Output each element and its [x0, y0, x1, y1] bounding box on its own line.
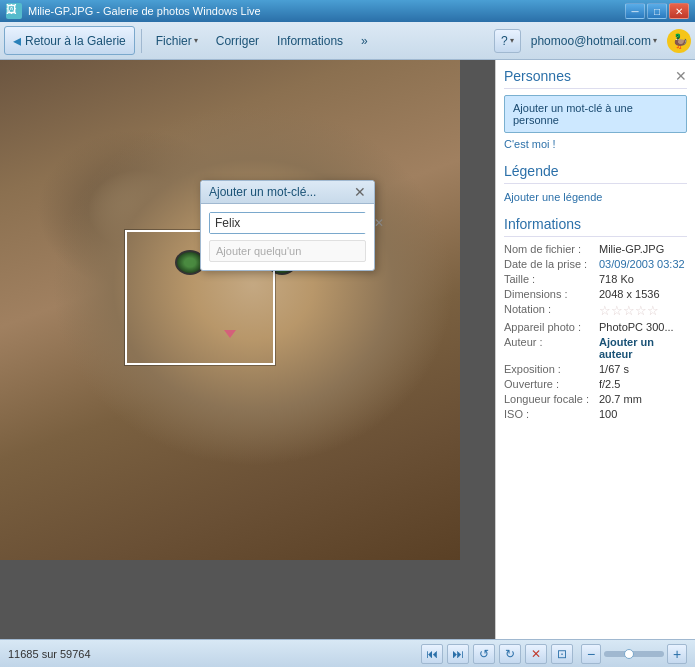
info-label: Exposition : — [504, 363, 599, 375]
info-value: Milie-GP.JPG — [599, 243, 687, 255]
dialog-body: ✕ Ajouter quelqu'un — [201, 204, 374, 270]
info-value: 718 Ko — [599, 273, 687, 285]
status-position: 11685 sur 59764 — [8, 648, 413, 660]
informations-title: Informations — [504, 216, 687, 237]
info-value: 2048 x 1536 — [599, 288, 687, 300]
legende-section: Légende Ajouter une légende — [504, 163, 687, 204]
maximize-button[interactable]: □ — [647, 3, 667, 19]
toolbar-divider — [141, 29, 142, 53]
info-label: Dimensions : — [504, 288, 599, 300]
personnes-title: Personnes — [504, 68, 687, 89]
informations-section: Informations Nom de fichier :Milie-GP.JP… — [504, 216, 687, 420]
info-row: Notation :☆☆☆☆☆ — [504, 303, 687, 318]
person-tag[interactable]: Ajouter un mot-clé à une personne — [504, 95, 687, 133]
keyword-input-row: ✕ — [209, 212, 366, 234]
window-controls: ─ □ ✕ — [625, 3, 689, 19]
info-row: ISO :100 — [504, 408, 687, 420]
title-bar: 🖼 Milie-GP.JPG - Galerie de photos Windo… — [0, 0, 695, 22]
window-close-button[interactable]: ✕ — [669, 3, 689, 19]
user-menu[interactable]: phomoo@hotmail.com ▾ — [523, 30, 665, 52]
back-button[interactable]: ◂ Retour à la Galerie — [4, 26, 135, 55]
main-area: Ajouter un mot-clé... ✕ ✕ Ajouter quelqu… — [0, 60, 695, 639]
personnes-section: Personnes Ajouter un mot-clé à une perso… — [504, 68, 687, 151]
nav-first-button[interactable]: ⏮ — [421, 644, 443, 664]
zoom-controls: − + — [581, 644, 687, 664]
info-label: Notation : — [504, 303, 599, 318]
info-label: ISO : — [504, 408, 599, 420]
right-panel: ✕ Personnes Ajouter un mot-clé à une per… — [495, 60, 695, 639]
info-label: Appareil photo : — [504, 321, 599, 333]
panel-close-button[interactable]: ✕ — [675, 68, 687, 84]
info-label: Longueur focale : — [504, 393, 599, 405]
dialog-close-button[interactable]: ✕ — [354, 185, 366, 199]
info-label: Nom de fichier : — [504, 243, 599, 255]
info-row: Exposition :1/67 s — [504, 363, 687, 375]
info-value: PhotoPC 300... — [599, 321, 687, 333]
info-label: Taille : — [504, 273, 599, 285]
nav-rotate-left-button[interactable]: ↺ — [473, 644, 495, 664]
info-value: 1/67 s — [599, 363, 687, 375]
more-label: » — [361, 34, 368, 48]
back-arrow-icon: ◂ — [13, 31, 21, 50]
info-row: Date de la prise :03/09/2003 03:32 — [504, 258, 687, 270]
window-title: Milie-GP.JPG - Galerie de photos Windows… — [28, 5, 619, 17]
info-value: ☆☆☆☆☆ — [599, 303, 687, 318]
info-row: Auteur :Ajouter un auteur — [504, 336, 687, 360]
info-label: Date de la prise : — [504, 258, 599, 270]
info-row: Longueur focale :20.7 mm — [504, 393, 687, 405]
keyword-input[interactable] — [210, 213, 370, 233]
nav-prev-button[interactable]: ⏭ — [447, 644, 469, 664]
cest-moi-link[interactable]: C'est moi ! — [504, 138, 556, 150]
nav-rotate-right-button[interactable]: ↻ — [499, 644, 521, 664]
status-bar: 11685 sur 59764 ⏮ ⏭ ↺ ↻ ✕ ⊡ − + — [0, 639, 695, 667]
zoom-slider[interactable] — [604, 651, 664, 657]
cat-photo — [0, 60, 460, 560]
zoom-thumb[interactable] — [624, 649, 634, 659]
toolbar: ◂ Retour à la Galerie Fichier ▾ Corriger… — [0, 22, 695, 60]
fichier-label: Fichier — [156, 34, 192, 48]
informations-menu[interactable]: Informations — [269, 30, 351, 52]
help-dropdown-icon: ▾ — [510, 36, 514, 45]
info-row: Nom de fichier :Milie-GP.JPG — [504, 243, 687, 255]
info-label: Auteur : — [504, 336, 599, 360]
info-row: Ouverture :f/2.5 — [504, 378, 687, 390]
corriger-label: Corriger — [216, 34, 259, 48]
info-value: f/2.5 — [599, 378, 687, 390]
add-keyword-dialog: Ajouter un mot-clé... ✕ ✕ Ajouter quelqu… — [200, 180, 375, 271]
more-menu[interactable]: » — [353, 30, 376, 52]
info-row: Dimensions :2048 x 1536 — [504, 288, 687, 300]
user-email: phomoo@hotmail.com — [531, 34, 651, 48]
minimize-button[interactable]: ─ — [625, 3, 645, 19]
info-value[interactable]: Ajouter un auteur — [599, 336, 687, 360]
duck-icon[interactable]: 🦆 — [667, 29, 691, 53]
app-icon: 🖼 — [6, 3, 22, 19]
nav-delete-button[interactable]: ✕ — [525, 644, 547, 664]
dialog-title: Ajouter un mot-clé... — [209, 185, 316, 199]
photo-area: Ajouter un mot-clé... ✕ ✕ Ajouter quelqu… — [0, 60, 495, 639]
info-row: Appareil photo :PhotoPC 300... — [504, 321, 687, 333]
fichier-dropdown-icon: ▾ — [194, 36, 198, 45]
user-dropdown-icon: ▾ — [653, 36, 657, 45]
zoom-in-button[interactable]: + — [667, 644, 687, 664]
add-person-placeholder[interactable]: Ajouter quelqu'un — [209, 240, 366, 262]
nav-controls: ⏮ ⏭ ↺ ↻ ✕ ⊡ — [421, 644, 573, 664]
legende-link[interactable]: Ajouter une légende — [504, 191, 602, 203]
fichier-menu[interactable]: Fichier ▾ — [148, 30, 206, 52]
nav-share-button[interactable]: ⊡ — [551, 644, 573, 664]
help-icon: ? — [501, 34, 508, 48]
info-table: Nom de fichier :Milie-GP.JPGDate de la p… — [504, 243, 687, 420]
info-value: 03/09/2003 03:32 — [599, 258, 687, 270]
corriger-menu[interactable]: Corriger — [208, 30, 267, 52]
info-row: Taille :718 Ko — [504, 273, 687, 285]
informations-label: Informations — [277, 34, 343, 48]
zoom-out-button[interactable]: − — [581, 644, 601, 664]
legende-title: Légende — [504, 163, 687, 184]
input-clear-button[interactable]: ✕ — [370, 214, 388, 232]
info-value: 20.7 mm — [599, 393, 687, 405]
dialog-header: Ajouter un mot-clé... ✕ — [201, 181, 374, 204]
info-value: 100 — [599, 408, 687, 420]
info-label: Ouverture : — [504, 378, 599, 390]
help-button[interactable]: ? ▾ — [494, 29, 521, 53]
back-label: Retour à la Galerie — [25, 34, 126, 48]
